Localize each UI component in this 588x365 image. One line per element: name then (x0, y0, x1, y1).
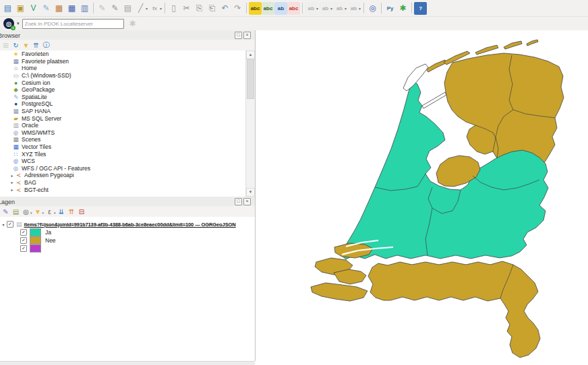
browser-tree-item[interactable]: ★ Favorieten (0, 51, 246, 58)
province-wadden-rottumeroog[interactable] (527, 40, 538, 46)
layer-row[interactable]: ▾ ✓ ▤ items?f=json&joinId=991b7139-af3b-… (0, 220, 255, 228)
layers-toolbar-icon[interactable]: ε (45, 207, 55, 216)
layers-toolbar-icon[interactable]: ⇈ (67, 207, 77, 216)
toolbar-icon[interactable]: ◎ (366, 2, 379, 15)
toolbar-icon[interactable]: ✎ (40, 2, 53, 15)
toolbar-icon[interactable]: ⎗ (206, 2, 218, 15)
layers-toolbar-icon[interactable]: ▼ (33, 207, 43, 216)
browser-tree-item[interactable]: ▥ Oracle (0, 122, 246, 129)
toolbar-icon[interactable]: ▤ (1, 2, 14, 15)
browser-tree-item[interactable]: ● Cesium ion (0, 79, 246, 86)
pdok-plus-badge: + (11, 26, 16, 30)
browser-scrollbar[interactable]: ▲ ▼ (245, 51, 255, 197)
browser-tree-item[interactable]: ◆ GeoPackage (0, 86, 246, 94)
dropdown-arrow-icon[interactable]: ▾ (160, 6, 162, 11)
toolbar-icon[interactable]: abc (249, 2, 262, 15)
dropdown-arrow-icon[interactable]: ▾ (42, 211, 45, 215)
browser-float-button[interactable]: □ (235, 32, 242, 39)
layers-toolbar-icon[interactable]: ◎ (21, 207, 31, 216)
toolbar-icon[interactable]: ✂ (180, 2, 193, 15)
layers-close-button[interactable]: × (243, 198, 251, 205)
layer-label[interactable]: items?f=json&joinId=991b7139-af3b-4388-b… (24, 222, 236, 228)
tree-item-icon: ◆ (12, 86, 20, 93)
toolbar-icon[interactable]: ⎘ (193, 2, 206, 15)
dropdown-arrow-icon[interactable]: ▾ (330, 6, 332, 11)
dropdown-arrow-icon[interactable]: ▾ (54, 211, 56, 215)
pdok-search-input[interactable] (22, 19, 124, 29)
browser-tree-item[interactable]: ▦ Scenes (0, 136, 246, 143)
toolbar-icon[interactable]: ✎ (109, 2, 121, 15)
layer-expander-icon[interactable]: ▾ (0, 222, 7, 227)
map-canvas[interactable] (256, 30, 588, 365)
browser-toolbar-icon[interactable]: ⊞ (1, 40, 11, 50)
layers-toolbar-icon[interactable]: ✎ (1, 207, 11, 216)
legend-entry[interactable]: ✓ (0, 244, 255, 253)
toolbar-icon[interactable]: ↷ (231, 2, 244, 15)
toolbar-icon[interactable]: ab (274, 2, 287, 15)
dropdown-arrow-icon[interactable]: ▾ (359, 6, 361, 11)
province-afsluitdijk[interactable] (422, 92, 446, 108)
province-wadden-schiermonnikoog[interactable] (504, 41, 522, 49)
legend-entry[interactable]: ✓ Nee (0, 236, 255, 244)
layers-float-button[interactable]: □ (235, 198, 242, 205)
province-brabant-limburg[interactable] (368, 261, 540, 358)
browser-close-button[interactable]: × (243, 32, 251, 39)
legend-checkbox[interactable]: ✓ (20, 229, 27, 236)
legend-entry[interactable]: ✓ Ja (0, 228, 255, 236)
expand-caret-icon[interactable]: ▸ (9, 173, 15, 178)
browser-tree-item[interactable]: ◎ WCS (0, 158, 246, 165)
expand-caret-icon[interactable]: ▸ (9, 180, 15, 185)
toolbar-icon[interactable]: ▦ (53, 2, 65, 15)
toolbar-icon[interactable]: Py (384, 2, 396, 15)
layer-checkbox[interactable]: ✓ (7, 221, 13, 228)
browser-tree-item[interactable]: ⌂ Home (0, 65, 246, 72)
dropdown-arrow-icon[interactable]: ▾ (146, 6, 148, 11)
browser-tree-item[interactable]: ▰ MS SQL Server (0, 114, 246, 122)
toolbar-icon[interactable]: ▥ (78, 2, 91, 15)
toolbar-icon[interactable]: abc (262, 2, 274, 15)
legend-checkbox[interactable]: ✓ (20, 245, 27, 252)
browser-toolbar-icon[interactable]: ↻ (11, 40, 21, 50)
scroll-thumb[interactable] (247, 59, 254, 99)
browser-tree-item[interactable]: ▦ SAP HANA (0, 108, 246, 115)
browser-tree-item[interactable]: ▭ C:\ (Windows-SSD) (0, 72, 246, 79)
toolbar-icon[interactable]: abc (287, 2, 300, 15)
browser-toolbar-icon[interactable]: ⇈ (31, 40, 41, 50)
scroll-down-icon[interactable]: ▼ (246, 188, 255, 197)
layers-toolbar-icon[interactable]: ⊟ (77, 207, 87, 216)
browser-tree-item[interactable]: ▦ Favoriete plaatsen (0, 58, 246, 65)
browser-tree-item[interactable]: ▦ Vector Tiles (0, 143, 246, 151)
browser-tree-item[interactable]: ∷ XYZ Tiles (0, 150, 246, 158)
browser-tree-item[interactable]: ▸ ≺ BGT-echt (0, 186, 246, 193)
browser-panel-header: Browser □ × (0, 30, 255, 40)
province-zeeland-walcheren[interactable] (311, 283, 368, 301)
browser-toolbar-icon[interactable]: ⓘ (41, 40, 51, 50)
dropdown-arrow-icon[interactable]: ▾ (316, 6, 318, 11)
toolbar-icon[interactable]: ? (414, 2, 427, 15)
legend-checkbox[interactable]: ✓ (20, 237, 27, 244)
toolbar-icon[interactable]: ▤ (121, 2, 134, 15)
browser-tree-item[interactable]: ▸ ≺ BAG (0, 179, 246, 187)
dropdown-arrow-icon[interactable]: ▾ (30, 211, 32, 215)
province-zeeland-tholen[interactable] (334, 269, 366, 284)
toolbar-icon[interactable]: ▯ (167, 2, 180, 15)
browser-tree-item[interactable]: ◎ WMS/WMTS (0, 129, 246, 137)
browser-tree-item[interactable]: ◎ WFS / OGC API - Features (0, 165, 246, 172)
browser-tree-item[interactable]: ● PostgreSQL (0, 100, 246, 108)
layers-toolbar-icon[interactable]: ▤ (11, 207, 21, 216)
pdok-dropdown-icon[interactable]: ▾ (17, 21, 20, 26)
dropdown-arrow-icon[interactable]: ▾ (345, 6, 347, 11)
toolbar-icon[interactable]: ✱ (396, 2, 409, 15)
browser-tree-item[interactable]: ✎ SpatiaLite (0, 94, 246, 101)
province-wadden-ameland[interactable] (475, 45, 498, 55)
toolbar-icon[interactable]: V (27, 2, 40, 15)
toolbar-icon[interactable]: ▦ (65, 2, 78, 15)
toolbar-icon[interactable]: ↶ (218, 2, 231, 15)
toolbar-icon[interactable]: ▣ (14, 2, 27, 15)
browser-toolbar-icon[interactable]: ▼ (21, 40, 31, 50)
pdok-logo-icon[interactable]: ◍ + (3, 18, 14, 29)
layers-toolbar-icon[interactable]: ⇊ (57, 207, 67, 216)
browser-tree-item[interactable]: ▸ ≺ Adressen Pygeoapi (0, 172, 246, 179)
toolbar-icon[interactable]: ✎ (96, 2, 109, 15)
expand-caret-icon[interactable]: ▸ (9, 187, 15, 192)
